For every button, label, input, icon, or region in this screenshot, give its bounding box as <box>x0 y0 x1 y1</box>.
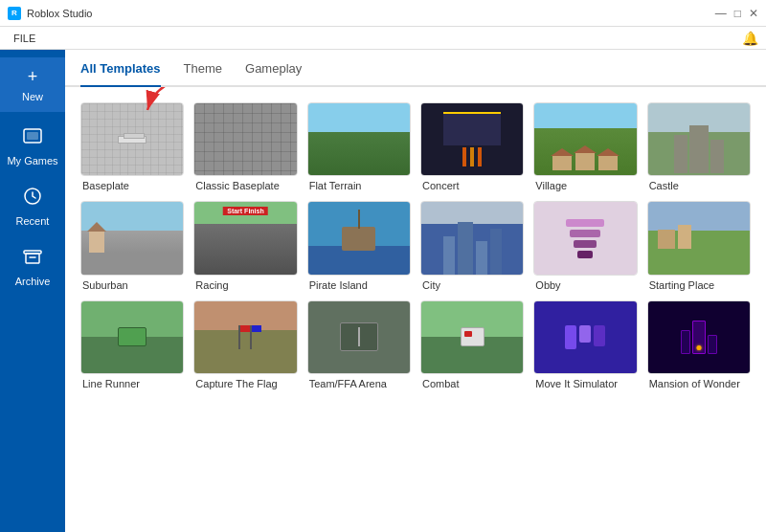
minimize-button[interactable]: — <box>715 7 727 20</box>
notification-bell[interactable]: 🔔 <box>742 31 758 46</box>
template-obby[interactable]: Obby <box>533 201 637 290</box>
mansion-of-wonder-thumb <box>647 300 751 374</box>
racing-thumb: Start Finish <box>193 201 297 275</box>
template-starting-place[interactable]: Starting Place <box>647 201 751 290</box>
template-racing[interactable]: Start Finish Racing <box>193 201 297 290</box>
template-flat-terrain[interactable]: Flat Terrain <box>307 102 411 191</box>
tabs-bar: All Templates Theme Gameplay <box>65 50 766 87</box>
suburban-thumb <box>80 201 184 275</box>
template-capture-the-flag[interactable]: Capture The Flag <box>193 300 297 389</box>
obby-label: Obby <box>533 279 637 291</box>
starting-place-thumb <box>647 201 751 275</box>
move-it-simulator-label: Move It Simulator <box>533 378 637 389</box>
sidebar: + New My Games Recent <box>0 50 65 532</box>
mansion-of-wonder-label: Mansion of Wonder <box>647 378 751 389</box>
team-ffa-arena-label: Team/FFA Arena <box>307 378 411 389</box>
svg-rect-4 <box>26 254 39 263</box>
sidebar-item-my-games[interactable]: My Games <box>0 116 65 176</box>
template-move-it-simulator[interactable]: Move It Simulator <box>533 300 637 389</box>
new-label: New <box>22 91 43 102</box>
template-village[interactable]: Village <box>533 102 637 191</box>
castle-label: Castle <box>647 180 751 191</box>
template-team-ffa-arena[interactable]: Team/FFA Arena <box>307 300 411 389</box>
tab-gameplay[interactable]: Gameplay <box>245 61 302 87</box>
classic-baseplate-label: Classic Baseplate <box>193 180 297 191</box>
template-concert[interactable]: Concert <box>420 102 524 191</box>
main-layout: + New My Games Recent <box>0 50 766 532</box>
template-city[interactable]: City <box>420 201 524 290</box>
sidebar-item-recent[interactable]: Recent <box>0 176 65 236</box>
move-it-simulator-thumb <box>533 300 637 374</box>
village-label: Village <box>533 180 637 191</box>
plus-icon: + <box>28 67 38 87</box>
baseplate-label: Baseplate <box>80 180 184 191</box>
template-suburban[interactable]: Suburban <box>80 201 184 290</box>
village-thumb <box>533 102 637 176</box>
template-castle[interactable]: Castle <box>647 102 751 191</box>
template-pirate-island[interactable]: Pirate Island <box>307 201 411 290</box>
city-thumb <box>420 201 524 275</box>
city-label: City <box>420 279 524 291</box>
combat-label: Combat <box>420 378 524 389</box>
obby-thumb <box>533 201 637 275</box>
archive-label: Archive <box>15 276 51 287</box>
my-games-icon <box>22 125 43 151</box>
suburban-label: Suburban <box>80 279 184 291</box>
racing-label: Racing <box>193 279 297 291</box>
tab-all-templates[interactable]: All Templates <box>80 61 161 87</box>
concert-thumb <box>420 102 524 176</box>
template-classic-baseplate[interactable]: Classic Baseplate <box>193 102 297 191</box>
template-mansion-of-wonder[interactable]: Mansion of Wonder <box>647 300 751 389</box>
template-combat[interactable]: Combat <box>420 300 524 389</box>
team-ffa-arena-thumb <box>307 300 411 374</box>
window-controls[interactable]: — □ ✕ <box>715 7 758 20</box>
recent-label: Recent <box>16 215 50 227</box>
capture-the-flag-thumb <box>193 300 297 374</box>
file-menu[interactable]: FILE <box>8 33 41 44</box>
classic-baseplate-thumb <box>193 102 297 176</box>
my-games-label: My Games <box>7 155 57 166</box>
template-line-runner[interactable]: Line Runner <box>80 300 184 389</box>
capture-the-flag-label: Capture The Flag <box>193 378 297 389</box>
flat-terrain-thumb <box>307 102 411 176</box>
pirate-island-thumb <box>307 201 411 275</box>
app-icon: R <box>8 7 21 20</box>
close-button[interactable]: ✕ <box>749 7 758 20</box>
svg-rect-1 <box>27 132 38 140</box>
archive-icon <box>22 246 43 272</box>
starting-place-label: Starting Place <box>647 279 751 291</box>
baseplate-thumb <box>80 102 184 176</box>
castle-thumb <box>647 102 751 176</box>
sidebar-item-archive[interactable]: Archive <box>0 236 65 297</box>
line-runner-label: Line Runner <box>80 378 184 389</box>
pirate-island-label: Pirate Island <box>307 279 411 291</box>
recent-icon <box>22 186 43 211</box>
app-title: Roblox Studio <box>27 8 93 19</box>
content-area: All Templates Theme Gameplay <box>65 50 766 532</box>
title-bar: R Roblox Studio — □ ✕ <box>0 0 766 27</box>
template-baseplate[interactable]: Baseplate <box>80 102 184 191</box>
menu-bar: FILE 🔔 <box>0 27 766 50</box>
templates-grid: Baseplate Classic Baseplate Flat Terrain <box>65 87 766 532</box>
maximize-button[interactable]: □ <box>734 7 741 20</box>
flat-terrain-label: Flat Terrain <box>307 180 411 191</box>
line-runner-thumb <box>80 300 184 374</box>
sidebar-item-new[interactable]: + New <box>0 57 65 112</box>
combat-thumb <box>420 300 524 374</box>
tab-theme[interactable]: Theme <box>184 61 222 87</box>
concert-label: Concert <box>420 180 524 191</box>
